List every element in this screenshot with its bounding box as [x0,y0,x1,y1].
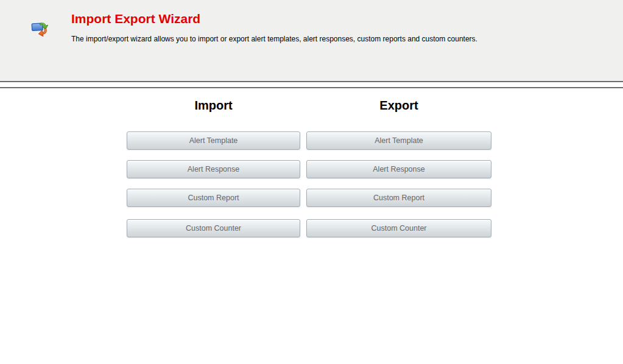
header-divider [0,87,623,88]
export-section-heading: Export [306,99,491,113]
export-alert-response-button[interactable]: Alert Response [306,160,491,178]
import-alert-response-button[interactable]: Alert Response [127,160,300,178]
export-custom-report-button[interactable]: Custom Report [306,189,491,207]
import-custom-counter-button[interactable]: Custom Counter [127,219,300,237]
import-section-heading: Import [127,99,300,113]
import-export-icon [31,20,51,38]
import-export-wizard-page: { "header": { "title": "Import Export Wi… [0,0,623,364]
page-description: The import/export wizard allows you to i… [71,35,477,43]
import-custom-report-button[interactable]: Custom Report [127,189,300,207]
page-title: Import Export Wizard [71,12,200,26]
export-alert-template-button[interactable]: Alert Template [306,131,491,150]
export-custom-counter-button[interactable]: Custom Counter [306,219,491,237]
wizard-header: Import Export Wizard The import/export w… [0,0,623,82]
import-alert-template-button[interactable]: Alert Template [127,131,300,150]
